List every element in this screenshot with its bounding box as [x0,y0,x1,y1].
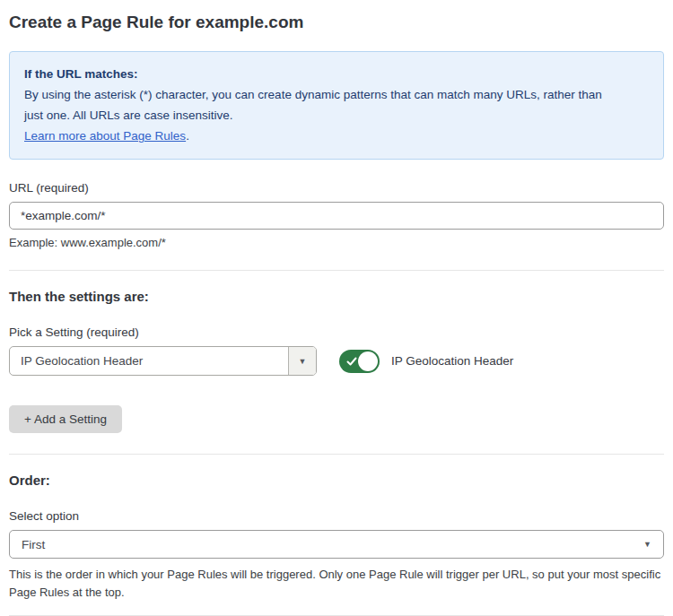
page-title: Create a Page Rule for example.com [9,13,664,32]
settings-section-heading: Then the settings are: [9,289,664,304]
order-select-label: Select option [9,509,664,523]
link-suffix: . [186,129,189,143]
url-field-label: URL (required) [9,181,664,195]
info-box-link-row: Learn more about Page Rules. [24,126,649,146]
divider [9,270,664,271]
setting-select-arrow-button[interactable]: ▼ [288,347,316,375]
check-icon [346,356,357,369]
info-box-heading: If the URL matches: [24,64,649,84]
chevron-down-icon: ▼ [643,540,651,549]
order-select-value: First [22,538,643,551]
toggle-label: IP Geolocation Header [391,354,513,368]
setting-row: IP Geolocation Header ▼ IP Geolocation H… [9,346,664,376]
setting-select-value: IP Geolocation Header [10,347,288,375]
learn-more-link[interactable]: Learn more about Page Rules [24,129,186,143]
toggle-knob [358,351,378,371]
order-helper-text: This is the order in which your Page Rul… [9,566,664,602]
chevron-down-icon: ▼ [299,357,307,366]
divider [9,454,664,455]
setting-select[interactable]: IP Geolocation Header ▼ [9,346,317,376]
url-match-info-box: If the URL matches: By using the asteris… [9,51,664,160]
info-box-body: By using the asterisk (*) character, you… [24,84,616,126]
order-select[interactable]: First ▼ [9,530,664,559]
ip-geolocation-toggle[interactable] [339,350,380,373]
add-setting-button[interactable]: + Add a Setting [9,405,122,433]
pick-setting-label: Pick a Setting (required) [9,325,664,339]
order-section-heading: Order: [9,473,664,488]
url-field-helper: Example: www.example.com/* [9,236,664,249]
url-input[interactable] [9,202,664,230]
